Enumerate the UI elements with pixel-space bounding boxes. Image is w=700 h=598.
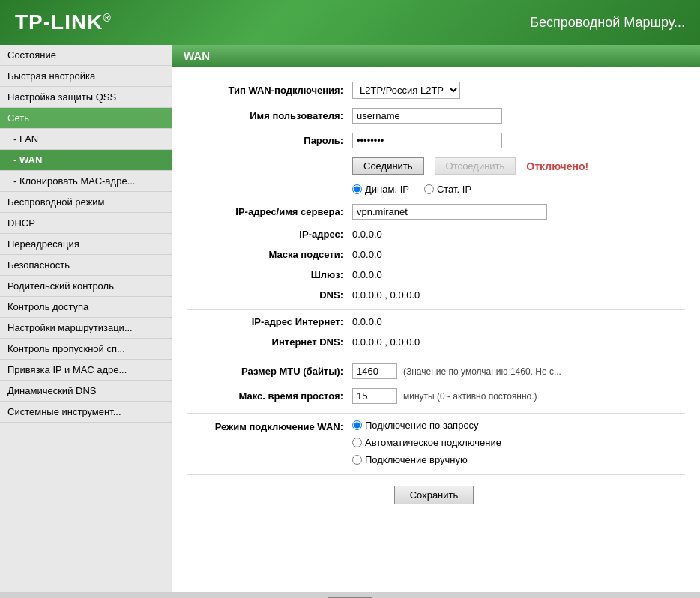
wan-mode-options: Подключение по запросу Автоматическое по… — [352, 420, 501, 465]
wan-type-label: Тип WAN-подключения: — [187, 85, 352, 96]
wan-type-value: L2TP/Россия L2TP — [352, 82, 460, 99]
mtu-label: Размер MTU (байты): — [187, 366, 352, 377]
sidebar-item-access[interactable]: Контроль доступа — [0, 297, 172, 318]
manual-radio[interactable] — [352, 455, 362, 465]
static-ip-radio[interactable] — [424, 184, 434, 194]
gateway-value: 0.0.0.0 — [352, 269, 382, 280]
sidebar-item-net[interactable]: Сеть — [0, 108, 172, 129]
header-title: Беспроводной Маршру... — [530, 15, 685, 31]
sidebar-item-lan[interactable]: - LAN — [0, 129, 172, 150]
logo-reg: ® — [103, 12, 111, 24]
dynamic-ip-radio[interactable] — [352, 184, 362, 194]
internet-ip-value: 0.0.0.0 — [352, 316, 382, 327]
sidebar-item-wireless[interactable]: Беспроводной режим — [0, 192, 172, 213]
sidebar-item-mac-clone[interactable]: - Клонировать МАС-адре... — [0, 171, 172, 192]
wan-mode-row: Режим подключение WAN: Подключение по за… — [187, 420, 685, 465]
username-label: Имя пользователя: — [187, 110, 352, 121]
mtu-value: (Значение по умолчанию 1460. Не с... — [352, 363, 561, 379]
mask-row: Маска подсети: 0.0.0.0 — [187, 249, 685, 260]
password-label: Пароль: — [187, 135, 352, 146]
dns-label: DNS: — [187, 289, 352, 300]
ip-row: IP-адрес: 0.0.0.0 — [187, 229, 685, 240]
idle-note: минуты (0 - активно постоянно.) — [403, 391, 537, 402]
idle-row: Макс. время простоя: минуты (0 - активно… — [187, 388, 685, 404]
wan-type-row: Тип WAN-подключения: L2TP/Россия L2TP — [187, 82, 685, 99]
header: TP-LINK® Беспроводной Маршру... — [0, 0, 700, 45]
demand-label: Подключение по запросу — [365, 420, 479, 431]
logo: TP-LINK® — [15, 10, 112, 34]
sidebar: Состояние Быстрая настройка Настройка за… — [0, 45, 172, 592]
idle-label: Макс. время простоя: — [187, 390, 352, 402]
username-row: Имя пользователя: — [187, 108, 685, 124]
wan-mode-label: Режим подключение WAN: — [187, 420, 352, 432]
sidebar-item-quick-setup[interactable]: Быстрая настройка — [0, 66, 172, 87]
manual-option[interactable]: Подключение вручную — [352, 454, 501, 465]
disconnect-button[interactable]: Отсоединить — [435, 157, 516, 175]
internet-dns-value: 0.0.0.0 , 0.0.0.0 — [352, 336, 420, 348]
dns-value: 0.0.0.0 , 0.0.0.0 — [352, 289, 420, 300]
sidebar-item-qss[interactable]: Настройка защиты QSS — [0, 87, 172, 108]
connection-status: Отключено! — [526, 160, 588, 172]
sidebar-item-security[interactable]: Безопасность — [0, 255, 172, 276]
gateway-row: Шлюз: 0.0.0.0 — [187, 269, 685, 280]
username-value — [352, 108, 502, 124]
password-value — [352, 133, 502, 148]
ip-type-options: Динам. IP Стат. IP — [352, 184, 471, 195]
ip-value: 0.0.0.0 — [352, 229, 382, 240]
content-area: Тип WAN-подключения: L2TP/Россия L2TP Им… — [172, 67, 700, 512]
sidebar-item-tools[interactable]: Системные инструмент... — [0, 402, 172, 423]
sidebar-item-routing[interactable]: Настройки маршрутизаци... — [0, 318, 172, 339]
idle-input[interactable] — [352, 388, 397, 404]
static-ip-label: Стат. IP — [437, 184, 471, 195]
internet-ip-row: IP-адрес Интернет: 0.0.0.0 — [187, 316, 685, 327]
static-ip-option[interactable]: Стат. IP — [424, 184, 471, 195]
dns-row: DNS: 0.0.0.0 , 0.0.0.0 — [187, 289, 685, 300]
password-row: Пароль: — [187, 133, 685, 148]
logo-text: TP-LINK — [15, 10, 103, 34]
bottom-bar — [0, 592, 700, 598]
mtu-note: (Значение по умолчанию 1460. Не с... — [403, 366, 561, 377]
sidebar-item-forward[interactable]: Переадресация — [0, 234, 172, 255]
sidebar-item-bandwidth[interactable]: Контроль пропускной сп... — [0, 339, 172, 360]
server-input[interactable] — [352, 204, 547, 220]
connect-buttons: Соединить Отсоединить Отключено! — [352, 157, 588, 175]
layout: Состояние Быстрая настройка Настройка за… — [0, 45, 700, 592]
auto-label: Автоматическое подключение — [365, 437, 501, 448]
mask-value: 0.0.0.0 — [352, 249, 382, 260]
dynamic-ip-option[interactable]: Динам. IP — [352, 184, 409, 195]
server-label: IP-адрес/имя сервера: — [187, 206, 352, 217]
idle-value: минуты (0 - активно постоянно.) — [352, 388, 537, 404]
gateway-label: Шлюз: — [187, 269, 352, 280]
sidebar-item-dhcp[interactable]: DHCP — [0, 213, 172, 234]
auto-radio[interactable] — [352, 438, 362, 447]
auto-option[interactable]: Автоматическое подключение — [352, 437, 501, 448]
dynamic-ip-label: Динам. IP — [365, 184, 409, 195]
page-title: WAN — [172, 45, 700, 67]
demand-radio[interactable] — [352, 420, 362, 430]
sidebar-item-ip-mac[interactable]: Привязка IP и МАС адре... — [0, 360, 172, 381]
mtu-row: Размер MTU (байты): (Значение по умолчан… — [187, 363, 685, 379]
connect-row: Соединить Отсоединить Отключено! — [187, 157, 685, 175]
separator-1 — [187, 309, 685, 310]
internet-dns-label: Интернет DNS: — [187, 336, 352, 348]
mtu-input[interactable] — [352, 363, 397, 379]
internet-ip-label: IP-адрес Интернет: — [187, 316, 352, 327]
sidebar-item-wan[interactable]: - WAN — [0, 150, 172, 171]
save-button[interactable]: Сохранить — [394, 486, 474, 504]
separator-3 — [187, 413, 685, 414]
username-input[interactable] — [352, 108, 502, 124]
internet-dns-row: Интернет DNS: 0.0.0.0 , 0.0.0.0 — [187, 336, 685, 348]
mask-label: Маска подсети: — [187, 249, 352, 260]
sidebar-item-ddns[interactable]: Динамический DNS — [0, 381, 172, 402]
demand-option[interactable]: Подключение по запросу — [352, 420, 501, 431]
server-value — [352, 204, 547, 220]
connect-button[interactable]: Соединить — [352, 157, 424, 175]
password-input[interactable] — [352, 133, 502, 148]
wan-type-select[interactable]: L2TP/Россия L2TP — [352, 82, 460, 99]
ip-label: IP-адрес: — [187, 229, 352, 240]
sidebar-item-status[interactable]: Состояние — [0, 45, 172, 66]
separator-2 — [187, 357, 685, 357]
sidebar-item-parental[interactable]: Родительский контроль — [0, 276, 172, 297]
main-content: WAN Тип WAN-подключения: L2TP/Россия L2T… — [172, 45, 700, 592]
save-row: Сохранить — [187, 474, 685, 504]
